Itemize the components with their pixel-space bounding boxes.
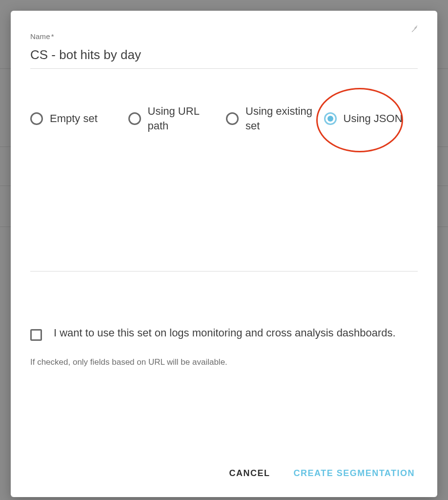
radio-label: Using URL path bbox=[148, 104, 223, 133]
radio-option-empty-set[interactable]: Empty set bbox=[30, 111, 124, 126]
radio-icon[interactable] bbox=[226, 112, 239, 125]
radio-option-using-url-path[interactable]: Using URL path bbox=[128, 104, 223, 133]
json-textarea[interactable] bbox=[30, 154, 418, 271]
logs-monitoring-checkbox-row[interactable]: I want to use this set on logs monitorin… bbox=[30, 325, 418, 341]
radio-label: Using JSON bbox=[344, 111, 403, 126]
checkbox-helper-text: If checked, only fields based on URL wil… bbox=[30, 357, 418, 367]
radio-icon[interactable] bbox=[128, 112, 141, 125]
cancel-button[interactable]: Cancel bbox=[226, 463, 273, 483]
dialog-actions: Cancel Create Segmentation bbox=[30, 452, 418, 483]
create-segmentation-dialog: Name* Empty set Using URL path Using exi… bbox=[11, 11, 437, 497]
radio-label: Using existing set bbox=[245, 104, 320, 133]
name-input[interactable] bbox=[30, 41, 418, 69]
radio-icon[interactable] bbox=[324, 112, 337, 125]
checkbox-icon[interactable] bbox=[30, 329, 42, 341]
radio-option-using-json[interactable]: Using JSON bbox=[324, 111, 418, 126]
modal-backdrop: Name* Empty set Using URL path Using exi… bbox=[0, 0, 448, 500]
radio-icon[interactable] bbox=[30, 112, 43, 125]
radio-label: Empty set bbox=[50, 111, 98, 126]
radio-option-using-existing-set[interactable]: Using existing set bbox=[226, 104, 320, 133]
required-asterisk: * bbox=[51, 32, 54, 41]
name-field-label: Name* bbox=[30, 32, 418, 41]
checkbox-label: I want to use this set on logs monitorin… bbox=[54, 325, 396, 341]
creation-mode-radio-group: Empty set Using URL path Using existing … bbox=[30, 104, 418, 133]
resize-grip-icon bbox=[411, 24, 418, 31]
name-label-text: Name bbox=[30, 32, 50, 41]
create-segmentation-button[interactable]: Create Segmentation bbox=[291, 463, 418, 483]
